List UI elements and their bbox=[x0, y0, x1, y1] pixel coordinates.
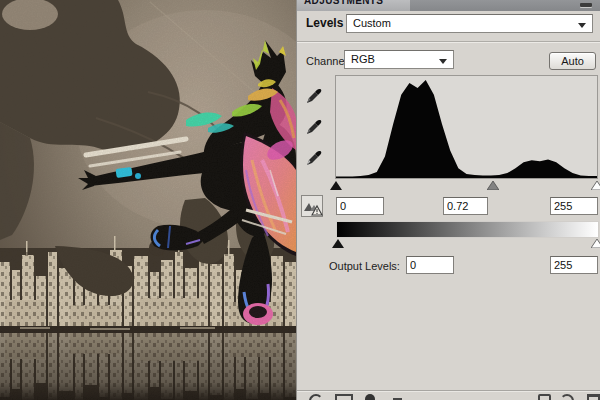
output-black-field[interactable] bbox=[406, 256, 454, 274]
preset-select[interactable]: Custom bbox=[346, 14, 593, 33]
panel-tab-bar: ADJUSTMENTS bbox=[297, 0, 600, 11]
output-levels-slider-track[interactable] bbox=[337, 238, 598, 248]
grain-texture bbox=[0, 0, 296, 400]
chevron-down-icon bbox=[439, 59, 447, 64]
recalculate-histogram-icon[interactable] bbox=[301, 195, 323, 217]
collapse-panel-icon[interactable] bbox=[580, 3, 592, 7]
output-levels-label: Output Levels: bbox=[329, 260, 400, 272]
tab-adjustments[interactable]: ADJUSTMENTS bbox=[297, 0, 410, 11]
photoshop-workspace: ADJUSTMENTS Levels Custom Channel: RGB A… bbox=[0, 0, 600, 400]
adjustments-panel: ADJUSTMENTS Levels Custom Channel: RGB A… bbox=[296, 0, 600, 400]
chevron-down-icon bbox=[578, 23, 586, 28]
histogram-shape bbox=[336, 80, 597, 178]
panel-footer bbox=[297, 392, 600, 400]
channel-select[interactable]: RGB bbox=[344, 50, 454, 69]
black-input-slider[interactable] bbox=[330, 180, 342, 189]
divider bbox=[297, 41, 600, 42]
artwork-image bbox=[0, 0, 296, 400]
delete-adjustment-icon[interactable] bbox=[587, 394, 600, 400]
output-white-slider[interactable] bbox=[591, 238, 600, 247]
black-point-eyedropper-icon[interactable] bbox=[304, 86, 324, 106]
histogram-display[interactable] bbox=[335, 75, 598, 179]
white-point-eyedropper-icon[interactable] bbox=[304, 148, 324, 168]
preset-value: Custom bbox=[353, 17, 391, 29]
switch-state-icon[interactable] bbox=[538, 394, 551, 400]
output-black-slider[interactable] bbox=[332, 238, 344, 247]
auto-button[interactable]: Auto bbox=[549, 52, 596, 70]
channel-value: RGB bbox=[351, 53, 375, 65]
document-canvas[interactable] bbox=[0, 0, 296, 400]
white-input-slider[interactable] bbox=[591, 180, 600, 189]
gray-point-eyedropper-icon[interactable] bbox=[304, 117, 324, 137]
return-to-adjustment-list-icon[interactable] bbox=[309, 394, 323, 400]
white-input-field[interactable] bbox=[550, 197, 598, 215]
toggle-visibility-icon[interactable] bbox=[365, 394, 375, 400]
gamma-input-slider[interactable] bbox=[487, 180, 499, 189]
input-levels-slider-track[interactable] bbox=[335, 180, 598, 190]
output-white-field[interactable] bbox=[550, 256, 598, 274]
clip-to-layer-icon[interactable] bbox=[335, 394, 353, 400]
adjustment-title: Levels bbox=[306, 16, 343, 30]
reset-adjustment-icon[interactable] bbox=[560, 394, 574, 400]
tab-adjustments-label: ADJUSTMENTS bbox=[304, 0, 410, 6]
gamma-input-field[interactable] bbox=[443, 197, 488, 215]
black-input-field[interactable] bbox=[336, 197, 384, 215]
output-gradient-bar bbox=[337, 222, 598, 237]
divider bbox=[297, 390, 600, 391]
